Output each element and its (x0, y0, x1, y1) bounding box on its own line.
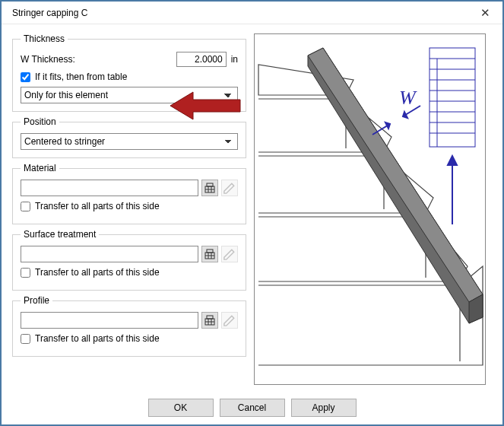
material-group: Material Transfer to all parts of this s… (12, 163, 246, 224)
position-legend: Position (21, 116, 59, 127)
position-select[interactable]: Centered to stringer (21, 133, 238, 150)
close-button[interactable]: ✕ (468, 2, 502, 24)
preview-pane: W (254, 33, 486, 385)
surface-transfer-label: Transfer to all parts of this side (35, 267, 160, 278)
svg-rect-9 (207, 250, 213, 253)
material-input[interactable] (21, 180, 198, 196)
profile-legend: Profile (21, 295, 52, 306)
surface-legend: Surface treatment (21, 229, 99, 240)
pencil-icon (222, 246, 237, 262)
material-transfer-label: Transfer to all parts of this side (35, 201, 160, 211)
svg-rect-22 (430, 48, 475, 147)
fits-from-table-label: If it fits, then from table (35, 72, 127, 82)
profile-edit-button[interactable] (221, 312, 238, 329)
w-thickness-input[interactable] (176, 52, 227, 67)
w-thickness-label: W Thickness: (21, 54, 75, 65)
surface-input[interactable] (21, 246, 198, 262)
w-dimension-label: W (399, 87, 417, 109)
pencil-icon (222, 180, 237, 196)
material-transfer-checkbox[interactable] (21, 202, 30, 211)
stair-preview-icon: W (255, 34, 487, 386)
profile-transfer-checkbox[interactable] (21, 334, 30, 344)
svg-marker-33 (448, 156, 457, 165)
thickness-scope-select[interactable]: Only for this element (21, 87, 238, 103)
position-group: Position Centered to stringer (12, 116, 246, 158)
svg-marker-21 (403, 112, 407, 118)
cancel-button[interactable]: Cancel (220, 399, 285, 417)
apply-button[interactable]: Apply (291, 399, 357, 417)
material-browse-button[interactable] (201, 180, 218, 196)
profile-browse-button[interactable] (201, 312, 218, 329)
grid-icon (204, 315, 215, 326)
grid-icon (204, 249, 215, 259)
dialog-body: Thickness W Thickness: in If it fits, th… (2, 24, 502, 389)
titlebar: Stringer capping C ✕ (2, 2, 502, 24)
surface-transfer-checkbox[interactable] (21, 268, 30, 278)
material-legend: Material (21, 163, 59, 173)
button-row: OK Cancel Apply (2, 399, 502, 417)
grid-icon (204, 183, 215, 193)
surface-group: Surface treatment Transfer to all parts … (12, 229, 246, 291)
close-icon: ✕ (480, 6, 490, 20)
w-thickness-unit: in (231, 54, 238, 65)
pencil-icon (222, 313, 237, 328)
profile-input[interactable] (21, 312, 198, 329)
thickness-legend: Thickness (21, 33, 68, 44)
table-icon (430, 48, 475, 147)
profile-group: Profile Transfer to all parts of this si… (12, 295, 246, 357)
surface-edit-button[interactable] (221, 246, 238, 262)
svg-marker-19 (385, 122, 390, 129)
fits-from-table-checkbox[interactable] (21, 72, 30, 82)
left-column: Thickness W Thickness: in If it fits, th… (12, 33, 246, 385)
svg-rect-4 (207, 183, 213, 186)
thickness-group: Thickness W Thickness: in If it fits, th… (12, 33, 246, 112)
svg-rect-14 (207, 316, 213, 319)
ok-button[interactable]: OK (148, 399, 214, 417)
surface-browse-button[interactable] (201, 246, 218, 262)
material-edit-button[interactable] (221, 180, 238, 196)
window-title: Stringer capping C (12, 8, 468, 18)
profile-transfer-label: Transfer to all parts of this side (35, 333, 160, 344)
